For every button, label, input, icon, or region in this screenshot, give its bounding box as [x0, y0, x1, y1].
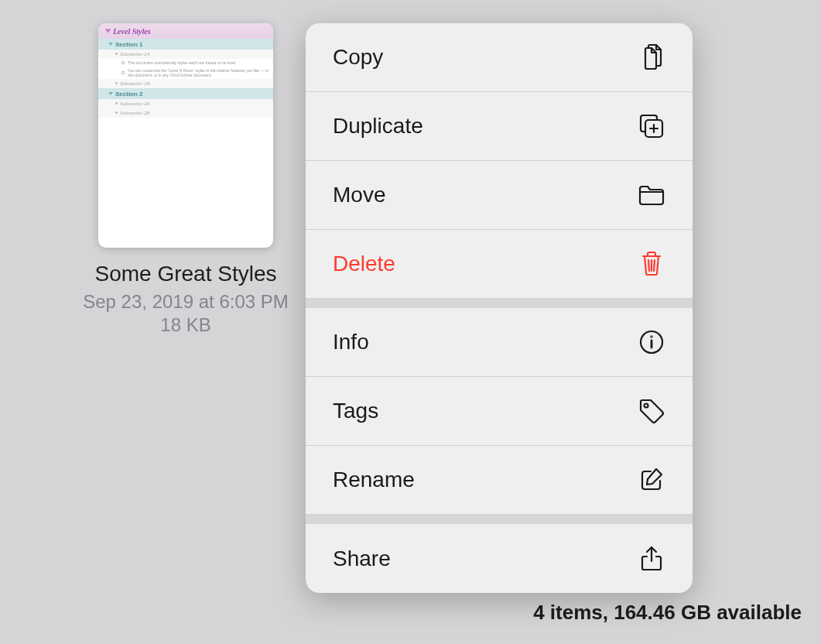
- menu-label-info: Info: [333, 330, 369, 355]
- menu-item-info[interactable]: Info: [306, 308, 693, 377]
- menu-item-rename[interactable]: Rename: [306, 446, 693, 515]
- menu-label-duplicate: Duplicate: [333, 114, 423, 139]
- trash-icon: [638, 250, 665, 278]
- thumb-title: Level Styles: [113, 27, 151, 36]
- file-thumbnail: Level Styles Section 1 Subsection 1A Thi…: [98, 23, 273, 248]
- menu-label-move: Move: [333, 183, 385, 207]
- tag-icon: [638, 397, 665, 425]
- menu-item-delete[interactable]: Delete: [306, 230, 693, 299]
- thumb-sub-1a: Subsection 1A: [120, 52, 150, 57]
- svg-line-6: [654, 260, 655, 271]
- thumb-sub-1b: Subsection 1B: [120, 81, 150, 86]
- folder-icon: [638, 181, 665, 209]
- info-icon: [638, 328, 665, 356]
- menu-item-tags[interactable]: Tags: [306, 377, 693, 446]
- copy-icon: [638, 43, 665, 71]
- context-menu: Copy Duplicate Move: [306, 23, 693, 593]
- duplicate-icon: [638, 112, 665, 140]
- svg-point-9: [652, 337, 652, 337]
- thumb-body-1: This document automatically styles each …: [128, 60, 237, 65]
- share-icon: [638, 545, 665, 573]
- thumb-sub-2a: Subsection 2A: [120, 101, 150, 106]
- menu-item-move[interactable]: Move: [306, 161, 693, 230]
- file-date: Sep 23, 2019 at 6:03 PM: [83, 291, 289, 313]
- thumb-section-1: Section 1: [115, 41, 143, 48]
- menu-label-copy: Copy: [333, 45, 383, 70]
- file-size: 18 KB: [160, 314, 210, 336]
- thumb-sub-2b: Subsection 2B: [120, 111, 150, 115]
- menu-label-delete: Delete: [333, 252, 395, 276]
- rename-icon: [638, 466, 665, 494]
- thumb-body-2: You can customize the "Level N Rows" sty…: [128, 68, 269, 77]
- menu-label-rename: Rename: [333, 468, 415, 492]
- file-name: Some Great Styles: [95, 262, 277, 286]
- svg-line-4: [648, 260, 649, 271]
- menu-item-duplicate[interactable]: Duplicate: [306, 92, 693, 161]
- menu-item-copy[interactable]: Copy: [306, 23, 693, 92]
- svg-point-10: [645, 404, 648, 408]
- menu-item-share[interactable]: Share: [306, 524, 693, 593]
- menu-separator: [306, 299, 693, 308]
- file-item[interactable]: Level Styles Section 1 Subsection 1A Thi…: [81, 23, 290, 336]
- thumb-section-2: Section 2: [115, 91, 143, 98]
- menu-label-tags: Tags: [333, 399, 378, 423]
- status-bar: 4 items, 164.46 GB available: [533, 601, 802, 625]
- menu-label-share: Share: [333, 546, 391, 571]
- menu-separator-2: [306, 515, 693, 524]
